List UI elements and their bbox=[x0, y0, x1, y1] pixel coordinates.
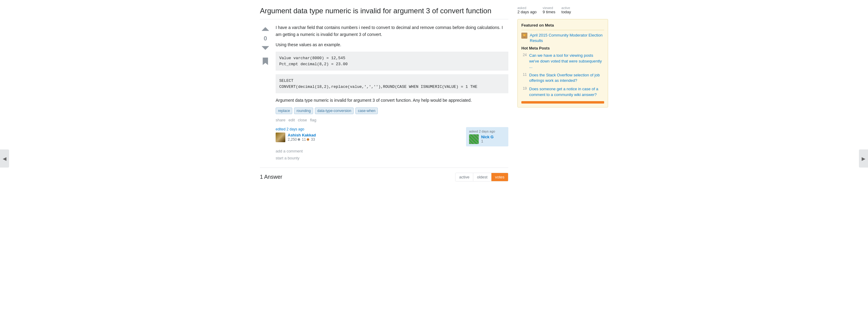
bronze-badge-dot bbox=[307, 138, 309, 141]
edit-timestamp[interactable]: edited 2 days ago bbox=[276, 127, 304, 131]
post-actions: share edit close flag bbox=[276, 118, 508, 122]
stat-active: active today bbox=[562, 6, 571, 14]
flag-link[interactable]: flag bbox=[310, 118, 316, 122]
viewed-label: viewed bbox=[543, 6, 556, 10]
vote-down-button[interactable] bbox=[260, 43, 270, 53]
share-link[interactable]: share bbox=[276, 118, 286, 122]
add-comment-link[interactable]: add a comment bbox=[276, 149, 303, 153]
featured-meta-title: Featured on Meta bbox=[521, 23, 604, 30]
featured-meta-box: Featured on Meta 🏆 April 2015 Community … bbox=[518, 19, 608, 107]
featured-meta-link-0[interactable]: April 2015 Community Moderator Election … bbox=[530, 33, 604, 43]
asker-info: Nick G 1 bbox=[469, 134, 505, 144]
question-body: 0 I have a varchar field that contains n… bbox=[260, 24, 508, 160]
hot-meta-title: Hot Meta Posts bbox=[521, 46, 604, 50]
asked-label: asked 2 days ago bbox=[469, 130, 505, 133]
code-block-2: SELECT CONVERT(decimal(18,2),replace(val… bbox=[276, 74, 508, 93]
question-paragraph-1: I have a varchar field that contains num… bbox=[276, 24, 508, 38]
hot-meta-link-2[interactable]: Does someone get a notice in case of a c… bbox=[529, 86, 604, 97]
active-value: today bbox=[562, 10, 571, 14]
hot-meta-count-2: 19 bbox=[521, 86, 527, 91]
question-text-column: I have a varchar field that contains num… bbox=[276, 24, 508, 160]
editor-name[interactable]: Ashish Kakkad bbox=[288, 133, 316, 137]
hot-meta-item-1: 11 Does the Stack Overflow selection of … bbox=[521, 72, 604, 83]
tag-data-type-conversion[interactable]: data-type-conversion bbox=[315, 107, 353, 114]
code-block-1: Value varchar(8000) = 12,545 Pct_cmpt de… bbox=[276, 51, 508, 71]
asker-rep: 1 bbox=[481, 139, 494, 143]
hot-meta-count-1: 11 bbox=[521, 72, 527, 77]
answers-count: 1 Answer bbox=[260, 174, 282, 180]
asker-details: Nick G 1 bbox=[481, 135, 494, 143]
asked-value: 2 days ago bbox=[518, 10, 537, 14]
close-link[interactable]: close bbox=[298, 118, 307, 122]
vote-column: 0 bbox=[260, 24, 271, 160]
vote-count: 0 bbox=[264, 35, 267, 42]
answers-sort-tabs: active oldest votes bbox=[455, 173, 508, 181]
question-title: Argument data type numeric is invalid fo… bbox=[260, 6, 508, 19]
hot-meta-link-1[interactable]: Does the Stack Overflow selection of job… bbox=[529, 72, 604, 83]
sort-tab-oldest[interactable]: oldest bbox=[473, 173, 491, 181]
asker-avatar bbox=[469, 134, 479, 144]
main-content: Argument data type numeric is invalid fo… bbox=[260, 6, 518, 185]
start-bounty-link[interactable]: start a bounty bbox=[276, 156, 300, 160]
asked-label: asked bbox=[518, 6, 537, 10]
sort-tab-votes[interactable]: votes bbox=[491, 173, 508, 181]
sidebar: asked 2 days ago viewed 9 times active t… bbox=[518, 6, 608, 185]
right-nav-arrow[interactable]: ▶ bbox=[859, 149, 868, 168]
stat-viewed: viewed 9 times bbox=[543, 6, 556, 14]
sort-tab-active[interactable]: active bbox=[456, 173, 473, 181]
active-label: active bbox=[562, 6, 571, 10]
asker-name[interactable]: Nick G bbox=[481, 135, 494, 139]
edit-link[interactable]: edit bbox=[289, 118, 295, 122]
question-paragraph-2: Using these values as an example. bbox=[276, 41, 508, 48]
viewed-value: 9 times bbox=[543, 10, 556, 14]
tag-replace[interactable]: replace bbox=[276, 107, 292, 114]
hot-meta-count-0: 24 bbox=[521, 53, 527, 57]
vote-up-button[interactable] bbox=[260, 24, 270, 34]
silver-badge-dot bbox=[298, 138, 300, 141]
hot-meta-link-0[interactable]: Can we have a tool for viewing posts we'… bbox=[529, 53, 604, 69]
tags-row: replace rounding data-type-conversion ca… bbox=[276, 107, 508, 114]
post-footer: edited 2 days ago Ashish Kakkad 2,250 bbox=[276, 127, 508, 146]
question-paragraph-3: Argument data type numeric is invalid fo… bbox=[276, 97, 508, 104]
answers-header: 1 Answer active oldest votes bbox=[260, 173, 508, 181]
hot-meta-item-0: 24 Can we have a tool for viewing posts … bbox=[521, 53, 604, 69]
editor-details: Ashish Kakkad 2,250 11 33 bbox=[288, 133, 316, 142]
svg-marker-0 bbox=[262, 58, 268, 65]
answers-section: 1 Answer active oldest votes bbox=[260, 168, 508, 181]
bookmark-button[interactable] bbox=[260, 57, 270, 66]
tag-case-when[interactable]: case-when bbox=[355, 107, 378, 114]
edit-info: edited 2 days ago Ashish Kakkad 2,250 bbox=[276, 127, 316, 142]
editor-avatar bbox=[276, 133, 285, 142]
hot-meta-item-2: 19 Does someone get a notice in case of … bbox=[521, 86, 604, 97]
stats-box: asked 2 days ago viewed 9 times active t… bbox=[518, 6, 608, 14]
question-text: I have a varchar field that contains num… bbox=[276, 24, 508, 48]
stat-asked: asked 2 days ago bbox=[518, 6, 537, 14]
tag-rounding[interactable]: rounding bbox=[294, 107, 313, 114]
editor-info: Ashish Kakkad 2,250 11 33 bbox=[276, 133, 316, 142]
asker-card: asked 2 days ago Nick G 1 bbox=[466, 127, 508, 146]
featured-meta-icon: 🏆 bbox=[521, 33, 527, 39]
question-conclusion: Argument data type numeric is invalid fo… bbox=[276, 97, 508, 104]
editor-rep: 2,250 11 33 bbox=[288, 137, 316, 142]
sidebar-orange-bar bbox=[521, 101, 604, 104]
featured-meta-item-0: 🏆 April 2015 Community Moderator Electio… bbox=[521, 33, 604, 43]
left-nav-arrow[interactable]: ◀ bbox=[0, 149, 9, 168]
